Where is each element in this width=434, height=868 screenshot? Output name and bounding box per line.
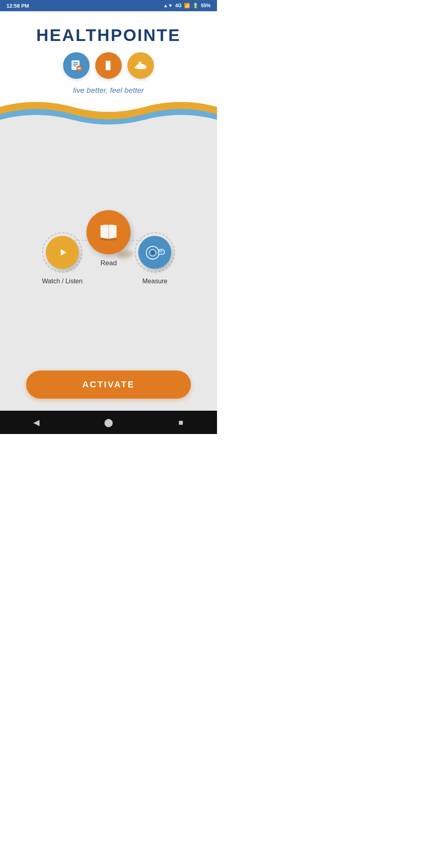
svg-text:✏: ✏ xyxy=(78,66,81,71)
status-bar: 12:58 PM ▲▼ 4G 📶 🔋 55% xyxy=(0,0,217,11)
watch-listen-label: Watch / Listen xyxy=(42,277,83,286)
fork-svg xyxy=(102,59,115,72)
notebook-svg: ✏ xyxy=(70,59,83,72)
shoe-svg xyxy=(133,59,149,72)
read-circle[interactable] xyxy=(86,210,131,254)
main-content: Watch / Listen Read xyxy=(0,131,217,411)
signal-bars-icon: 📶 xyxy=(184,3,190,8)
watch-listen-feature[interactable]: Watch / Listen xyxy=(42,232,83,286)
watch-listen-circle[interactable] xyxy=(42,232,82,272)
tape-measure-svg xyxy=(144,243,166,262)
home-button[interactable]: ⬤ xyxy=(100,414,117,430)
battery-icon: 🔋 xyxy=(192,3,199,8)
shoe-icon[interactable] xyxy=(127,52,154,79)
bottom-navigation: ◀ ⬤ ■ xyxy=(0,411,217,434)
play-svg xyxy=(54,244,70,260)
svg-point-18 xyxy=(151,252,154,254)
back-button[interactable]: ◀ xyxy=(28,414,44,430)
wave-divider xyxy=(0,95,217,131)
read-feature[interactable]: Read xyxy=(86,210,131,267)
feature-row: Watch / Listen Read xyxy=(42,216,175,286)
notebook-edit-icon[interactable]: ✏ xyxy=(63,52,90,79)
tagline: live better, feel better xyxy=(73,86,144,95)
measure-circle[interactable] xyxy=(135,232,175,272)
fork-icon[interactable] xyxy=(95,52,122,79)
recent-apps-button[interactable]: ■ xyxy=(173,414,189,430)
read-label: Read xyxy=(100,259,117,267)
book-svg xyxy=(97,222,120,242)
app-title: HEALTHPOINTE xyxy=(36,26,181,45)
play-icon-circle xyxy=(46,236,79,269)
feature-cluster: Watch / Listen Read xyxy=(42,147,175,354)
signal-type: 4G xyxy=(175,3,182,8)
header: HEALTHPOINTE ✏ xyxy=(0,11,217,95)
status-right: ▲▼ 4G 📶 🔋 55% xyxy=(163,3,211,8)
signal-icon: ▲▼ xyxy=(163,3,173,8)
measure-feature[interactable]: Measure xyxy=(135,232,175,286)
battery-level: 55% xyxy=(201,3,211,8)
status-time: 12:58 PM xyxy=(6,3,29,9)
header-icons-row: ✏ xyxy=(63,52,154,79)
measure-label: Measure xyxy=(142,277,167,286)
tape-measure-icon-circle xyxy=(138,236,171,269)
activate-button[interactable]: ACTIVATE xyxy=(26,371,191,399)
